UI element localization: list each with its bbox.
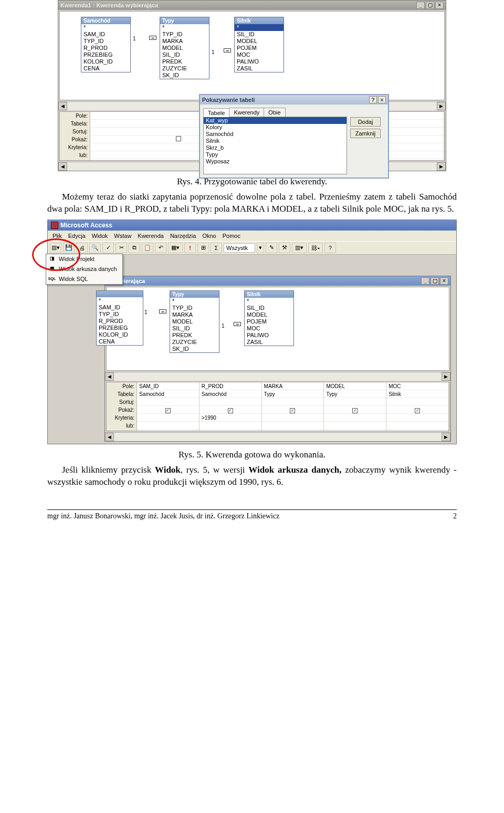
list-item[interactable]: Wyposaz — [204, 158, 346, 165]
cell-lub[interactable] — [137, 422, 199, 430]
field[interactable]: SK_ID — [160, 72, 209, 79]
scroll-track[interactable] — [114, 372, 442, 381]
field[interactable]: MOC — [245, 325, 293, 332]
view-sql-item[interactable]: SQL Widok SQL — [46, 274, 122, 284]
cell-pokaz[interactable]: ✓ — [262, 406, 324, 414]
field[interactable]: R_PROD — [81, 45, 130, 51]
field[interactable]: MOC — [235, 51, 284, 58]
tab-kwerendy[interactable]: Kwerendy — [229, 108, 264, 117]
table-samochod[interactable]: Samochód * SAM_ID TYP_ID R_PROD PRZEBIEG… — [81, 17, 131, 72]
view-datasheet-item[interactable]: ▦ Widok arkusza danych — [46, 264, 122, 274]
cell-lub[interactable] — [386, 422, 448, 430]
preview-icon[interactable]: 🔍 — [89, 243, 101, 253]
field[interactable]: SK_ID — [170, 346, 219, 352]
list-item[interactable]: Samochód — [204, 131, 346, 138]
cell-pole[interactable]: MODEL — [324, 382, 386, 390]
tab-tabele[interactable]: Tabele — [203, 108, 229, 117]
combo-dropdown-icon[interactable]: ▾ — [257, 243, 264, 253]
field[interactable]: ZASIL — [235, 65, 284, 72]
list-item[interactable]: Kat_wyp — [204, 117, 346, 124]
field[interactable]: SIL_ID — [245, 305, 293, 311]
table-typy[interactable]: Typy * TYP_ID MARKA MODEL SIL_ID PREDK Z… — [160, 17, 209, 79]
query-design-area[interactable]: Samochód * SAM_ID TYP_ID R_PROD PRZEBIEG… — [59, 11, 445, 100]
minimize-button[interactable]: _ — [416, 2, 425, 9]
copy-icon[interactable]: ⧉ — [129, 243, 140, 253]
cell-sortuj[interactable] — [137, 398, 199, 406]
build-icon[interactable]: ⚒ — [279, 243, 290, 253]
hscroll-grid[interactable]: ◀ ▶ — [105, 432, 450, 441]
grid-column[interactable]: MARKATypy✓ — [262, 382, 324, 431]
field[interactable]: * — [245, 298, 293, 305]
cell-tabela[interactable]: Typy — [324, 390, 386, 398]
field[interactable]: SIL_ID — [170, 325, 219, 332]
paste-icon[interactable]: 📋 — [142, 243, 153, 253]
cell-kryteria[interactable] — [137, 414, 199, 422]
scroll-right-icon[interactable]: ▶ — [437, 102, 446, 110]
grid-column[interactable]: MOCSilnik✓ — [386, 382, 449, 431]
totals-icon[interactable]: Σ — [211, 243, 222, 253]
field[interactable]: PREDK — [160, 58, 209, 65]
scroll-left-icon[interactable]: ◀ — [105, 372, 114, 381]
field[interactable]: CENA — [97, 338, 143, 345]
field[interactable]: PALIWO — [245, 332, 293, 339]
scroll-right-icon[interactable]: ▶ — [442, 372, 450, 381]
close-button[interactable]: × — [378, 96, 386, 103]
show-table-icon[interactable]: ⊞ — [197, 243, 209, 253]
field[interactable]: MODEL — [160, 45, 209, 51]
menu-okno[interactable]: Okno — [200, 232, 218, 240]
tables-listbox[interactable]: Kat_wyp Kolory Samochód Silnik Skrz_b Ty… — [203, 117, 347, 174]
grid-column[interactable]: MODELTypy✓ — [324, 382, 386, 431]
table-samochod[interactable]: * SAM_ID TYP_ID R_PROD PRZEBIEG KOLOR_ID… — [96, 290, 143, 346]
query-grid[interactable]: Pole: Tabela: Sortuj: Pokaż: Kryteria: l… — [106, 382, 449, 431]
cell-sortuj[interactable] — [200, 398, 261, 406]
list-item[interactable]: Typy — [204, 151, 346, 158]
database-window-icon[interactable]: ▥▾ — [292, 243, 307, 253]
cell-tabela[interactable]: Samochód — [200, 390, 261, 398]
field[interactable]: PRZEBIEG — [81, 51, 130, 58]
cut-icon[interactable]: ✂ — [116, 243, 127, 253]
minimize-button[interactable]: _ — [421, 277, 429, 285]
field[interactable]: * — [235, 24, 284, 31]
scroll-left-icon[interactable]: ◀ — [105, 433, 114, 441]
field[interactable]: CENA — [81, 65, 130, 72]
cell-pokaz[interactable]: ✓ — [386, 406, 448, 414]
cell-kryteria[interactable] — [262, 414, 324, 422]
menu-pomoc[interactable]: Pomoc — [220, 232, 243, 240]
field[interactable]: MODEL — [170, 318, 219, 325]
cell-pokaz[interactable]: ✓ — [137, 406, 199, 414]
cell-pole[interactable]: MARKA — [262, 382, 324, 390]
menu-kwerenda[interactable]: Kwerenda — [135, 232, 166, 240]
field[interactable]: SIL_ID — [160, 51, 209, 58]
field[interactable]: * — [97, 297, 143, 304]
cell-pokaz[interactable]: ✓ — [200, 406, 261, 414]
field[interactable]: ZASIL — [245, 339, 293, 346]
field[interactable]: TYP_ID — [97, 311, 143, 318]
help-icon[interactable]: ? — [324, 243, 336, 253]
close-button[interactable]: × — [440, 277, 448, 285]
table-silnik[interactable]: Silnik * SIL_ID MODEL POJEM MOC PALIWO Z… — [244, 290, 294, 346]
field[interactable]: TYP_ID — [160, 31, 209, 38]
scroll-left-icon[interactable]: ◀ — [58, 162, 67, 171]
list-item[interactable]: Skrz_b — [204, 144, 346, 151]
hscroll-design[interactable]: ◀ ▶ — [105, 372, 450, 381]
field[interactable]: POJEM — [235, 45, 284, 51]
cell-pole[interactable]: R_PROD — [200, 382, 261, 390]
cell-kryteria[interactable] — [324, 414, 386, 422]
list-item[interactable]: Kolory — [204, 124, 346, 131]
table-silnik[interactable]: Silnik * SIL_ID MODEL POJEM MOC PALIWO Z… — [234, 17, 284, 72]
field[interactable]: SIL_ID — [235, 31, 284, 38]
cell-tabela[interactable]: Silnik — [386, 390, 448, 398]
run-icon[interactable]: ! — [184, 243, 196, 253]
cell-pokaz[interactable]: ✓ — [324, 406, 386, 414]
grid-column[interactable]: R_PRODSamochód✓>1990 — [200, 382, 262, 431]
close-button[interactable]: × — [435, 2, 444, 9]
cell-pole[interactable]: MOC — [386, 382, 448, 390]
field[interactable]: MARKA — [170, 311, 219, 318]
maximize-button[interactable]: ▢ — [430, 277, 439, 285]
query-type-icon[interactable]: ▦▾ — [168, 243, 183, 253]
field[interactable]: TYP_ID — [170, 305, 219, 311]
scroll-track[interactable] — [114, 433, 442, 441]
cell-pole[interactable]: SAM_ID — [137, 382, 199, 390]
field[interactable]: * — [81, 24, 130, 31]
view-design-item[interactable]: ◨ Widok Projekt — [46, 254, 122, 264]
